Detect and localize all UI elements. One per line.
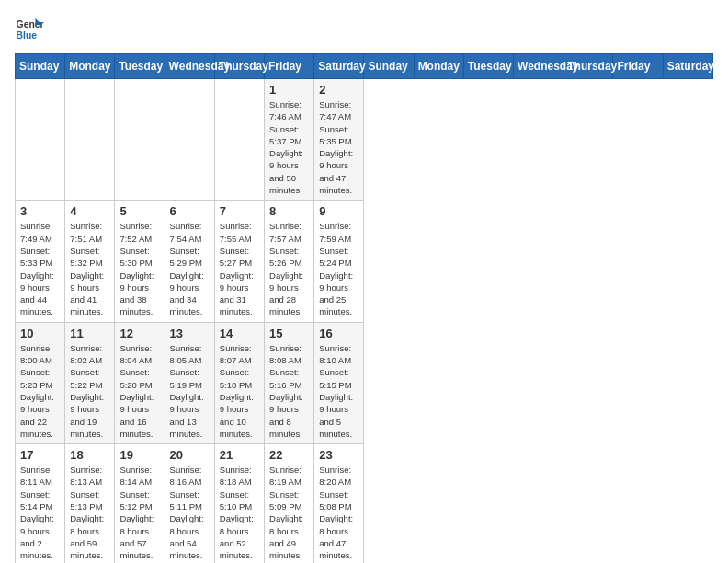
day-number: 2 bbox=[319, 83, 358, 97]
day-info: Sunrise: 8:10 AM Sunset: 5:15 PM Dayligh… bbox=[319, 342, 358, 440]
day-info: Sunrise: 8:13 AM Sunset: 5:13 PM Dayligh… bbox=[70, 464, 109, 561]
header-wednesday: Wednesday bbox=[514, 54, 563, 79]
calendar-cell: 18Sunrise: 8:13 AM Sunset: 5:13 PM Dayli… bbox=[65, 444, 115, 563]
day-number: 14 bbox=[220, 327, 259, 340]
calendar-table: SundayMondayTuesdayWednesdayThursdayFrid… bbox=[15, 53, 713, 563]
calendar-cell: 3Sunrise: 7:49 AM Sunset: 5:33 PM Daylig… bbox=[16, 201, 65, 322]
header-tuesday: Tuesday bbox=[463, 54, 513, 79]
calendar-cell: 13Sunrise: 8:05 AM Sunset: 5:19 PM Dayli… bbox=[165, 322, 214, 443]
day-info: Sunrise: 8:18 AM Sunset: 5:10 PM Dayligh… bbox=[220, 464, 259, 561]
calendar-cell: 17Sunrise: 8:11 AM Sunset: 5:14 PM Dayli… bbox=[16, 444, 65, 563]
header-tuesday: Tuesday bbox=[115, 54, 165, 79]
day-number: 21 bbox=[220, 448, 259, 462]
logo: General Blue bbox=[15, 15, 44, 44]
logo-icon: General Blue bbox=[15, 15, 44, 44]
day-number: 8 bbox=[269, 204, 309, 218]
day-info: Sunrise: 8:08 AM Sunset: 5:16 PM Dayligh… bbox=[269, 342, 309, 440]
calendar-cell: 15Sunrise: 8:08 AM Sunset: 5:16 PM Dayli… bbox=[265, 322, 314, 443]
day-info: Sunrise: 8:04 AM Sunset: 5:20 PM Dayligh… bbox=[119, 342, 159, 440]
day-info: Sunrise: 8:07 AM Sunset: 5:18 PM Dayligh… bbox=[220, 342, 259, 440]
calendar-week-1: 1Sunrise: 7:46 AM Sunset: 5:37 PM Daylig… bbox=[16, 79, 713, 201]
day-number: 5 bbox=[119, 204, 159, 218]
day-number: 17 bbox=[20, 448, 60, 462]
page-header: General Blue bbox=[15, 15, 713, 44]
day-info: Sunrise: 7:49 AM Sunset: 5:33 PM Dayligh… bbox=[20, 220, 60, 317]
calendar-header-row: SundayMondayTuesdayWednesdayThursdayFrid… bbox=[16, 54, 713, 79]
calendar-cell: 19Sunrise: 8:14 AM Sunset: 5:12 PM Dayli… bbox=[115, 444, 165, 563]
calendar-cell: 1Sunrise: 7:46 AM Sunset: 5:37 PM Daylig… bbox=[265, 79, 314, 201]
header-monday: Monday bbox=[65, 54, 115, 79]
day-info: Sunrise: 8:00 AM Sunset: 5:23 PM Dayligh… bbox=[20, 342, 60, 440]
calendar-cell: 2Sunrise: 7:47 AM Sunset: 5:35 PM Daylig… bbox=[314, 79, 364, 201]
calendar-cell bbox=[165, 79, 214, 201]
day-info: Sunrise: 7:55 AM Sunset: 5:27 PM Dayligh… bbox=[220, 220, 259, 317]
svg-text:Blue: Blue bbox=[17, 30, 38, 40]
day-number: 6 bbox=[170, 204, 210, 218]
calendar-cell: 11Sunrise: 8:02 AM Sunset: 5:22 PM Dayli… bbox=[65, 322, 115, 443]
day-info: Sunrise: 7:46 AM Sunset: 5:37 PM Dayligh… bbox=[269, 98, 309, 196]
day-number: 9 bbox=[319, 204, 358, 218]
day-info: Sunrise: 8:05 AM Sunset: 5:19 PM Dayligh… bbox=[170, 342, 210, 440]
day-number: 15 bbox=[269, 327, 309, 340]
calendar-cell: 22Sunrise: 8:19 AM Sunset: 5:09 PM Dayli… bbox=[265, 444, 314, 563]
calendar-cell: 6Sunrise: 7:54 AM Sunset: 5:29 PM Daylig… bbox=[165, 201, 214, 322]
calendar-cell: 21Sunrise: 8:18 AM Sunset: 5:10 PM Dayli… bbox=[214, 444, 264, 563]
day-info: Sunrise: 7:52 AM Sunset: 5:30 PM Dayligh… bbox=[119, 220, 159, 317]
calendar-cell: 5Sunrise: 7:52 AM Sunset: 5:30 PM Daylig… bbox=[115, 201, 165, 322]
header-thursday: Thursday bbox=[563, 54, 613, 79]
calendar-cell bbox=[16, 79, 65, 201]
day-number: 22 bbox=[269, 448, 309, 462]
header-thursday: Thursday bbox=[214, 54, 264, 79]
day-info: Sunrise: 8:14 AM Sunset: 5:12 PM Dayligh… bbox=[119, 464, 159, 561]
calendar-cell: 9Sunrise: 7:59 AM Sunset: 5:24 PM Daylig… bbox=[314, 201, 364, 322]
calendar-cell bbox=[115, 79, 165, 201]
header-saturday: Saturday bbox=[314, 54, 364, 79]
day-number: 18 bbox=[70, 448, 109, 462]
day-info: Sunrise: 7:47 AM Sunset: 5:35 PM Dayligh… bbox=[319, 98, 358, 196]
day-info: Sunrise: 8:20 AM Sunset: 5:08 PM Dayligh… bbox=[319, 464, 358, 561]
day-number: 3 bbox=[20, 204, 60, 218]
calendar-cell: 23Sunrise: 8:20 AM Sunset: 5:08 PM Dayli… bbox=[314, 444, 364, 563]
calendar-week-4: 17Sunrise: 8:11 AM Sunset: 5:14 PM Dayli… bbox=[16, 444, 713, 563]
header-saturday: Saturday bbox=[663, 54, 712, 79]
header-friday: Friday bbox=[265, 54, 314, 79]
day-info: Sunrise: 7:54 AM Sunset: 5:29 PM Dayligh… bbox=[170, 220, 210, 317]
calendar-week-2: 3Sunrise: 7:49 AM Sunset: 5:33 PM Daylig… bbox=[16, 201, 713, 322]
day-number: 10 bbox=[20, 327, 60, 340]
day-number: 23 bbox=[319, 448, 358, 462]
header-monday: Monday bbox=[414, 54, 463, 79]
calendar-cell: 10Sunrise: 8:00 AM Sunset: 5:23 PM Dayli… bbox=[16, 322, 65, 443]
day-info: Sunrise: 8:02 AM Sunset: 5:22 PM Dayligh… bbox=[70, 342, 109, 440]
day-number: 1 bbox=[269, 83, 309, 97]
calendar-cell: 12Sunrise: 8:04 AM Sunset: 5:20 PM Dayli… bbox=[115, 322, 165, 443]
day-number: 16 bbox=[319, 327, 358, 340]
calendar-cell: 4Sunrise: 7:51 AM Sunset: 5:32 PM Daylig… bbox=[65, 201, 115, 322]
day-number: 4 bbox=[70, 204, 109, 218]
day-number: 20 bbox=[170, 448, 210, 462]
header-friday: Friday bbox=[613, 54, 663, 79]
header-sunday: Sunday bbox=[16, 54, 65, 79]
day-info: Sunrise: 8:11 AM Sunset: 5:14 PM Dayligh… bbox=[20, 464, 60, 561]
day-info: Sunrise: 7:59 AM Sunset: 5:24 PM Dayligh… bbox=[319, 220, 358, 317]
calendar-cell bbox=[214, 79, 264, 201]
calendar-cell: 20Sunrise: 8:16 AM Sunset: 5:11 PM Dayli… bbox=[165, 444, 214, 563]
calendar-cell: 7Sunrise: 7:55 AM Sunset: 5:27 PM Daylig… bbox=[214, 201, 264, 322]
header-sunday: Sunday bbox=[364, 54, 414, 79]
day-number: 7 bbox=[220, 204, 259, 218]
calendar-cell: 14Sunrise: 8:07 AM Sunset: 5:18 PM Dayli… bbox=[214, 322, 264, 443]
day-number: 11 bbox=[70, 327, 109, 340]
day-number: 12 bbox=[119, 327, 159, 340]
day-info: Sunrise: 8:16 AM Sunset: 5:11 PM Dayligh… bbox=[170, 464, 210, 561]
header-wednesday: Wednesday bbox=[165, 54, 214, 79]
day-info: Sunrise: 8:19 AM Sunset: 5:09 PM Dayligh… bbox=[269, 464, 309, 561]
calendar-week-3: 10Sunrise: 8:00 AM Sunset: 5:23 PM Dayli… bbox=[16, 322, 713, 443]
day-info: Sunrise: 7:57 AM Sunset: 5:26 PM Dayligh… bbox=[269, 220, 309, 317]
calendar-cell: 16Sunrise: 8:10 AM Sunset: 5:15 PM Dayli… bbox=[314, 322, 364, 443]
calendar-cell: 8Sunrise: 7:57 AM Sunset: 5:26 PM Daylig… bbox=[265, 201, 314, 322]
calendar-cell bbox=[65, 79, 115, 201]
day-number: 13 bbox=[170, 327, 210, 340]
day-number: 19 bbox=[119, 448, 159, 462]
day-info: Sunrise: 7:51 AM Sunset: 5:32 PM Dayligh… bbox=[70, 220, 109, 317]
